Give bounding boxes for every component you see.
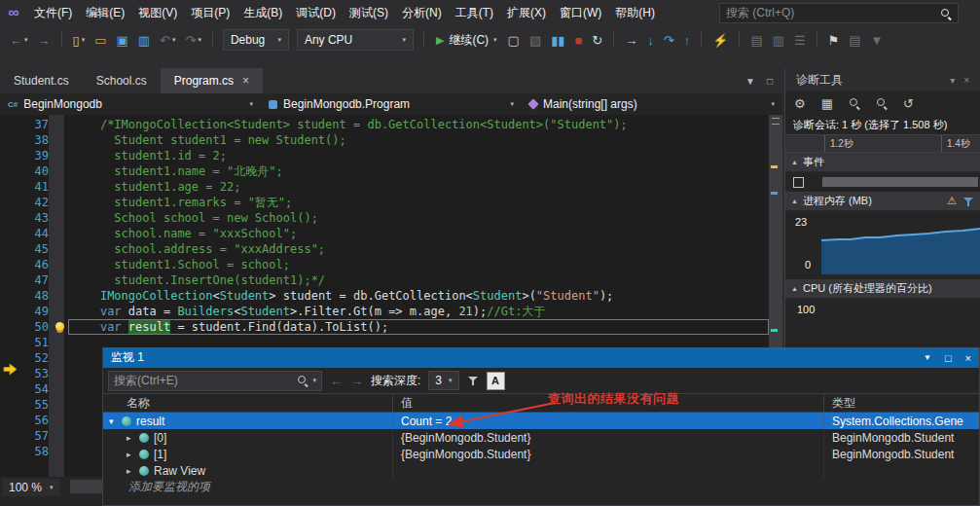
code-text[interactable]: student1.School = school; — [68, 257, 769, 272]
breakpoint-margin[interactable] — [0, 272, 25, 288]
close-icon[interactable]: × — [963, 75, 969, 86]
chevron-down-icon[interactable]: ▾ — [950, 75, 955, 86]
code-text[interactable]: var data = Builders<Student>.Filter.Gt(m… — [68, 304, 769, 319]
watch-row[interactable]: ▸Raw View — [103, 462, 979, 479]
search-depth-dropdown[interactable]: 3 ▾ — [428, 371, 458, 390]
breakpoint-margin[interactable] — [0, 335, 25, 350]
breakpoint-margin[interactable] — [0, 241, 25, 257]
chevron-down-icon[interactable]: ▾ — [312, 377, 316, 384]
chevron-down-icon[interactable]: ▾ — [24, 36, 28, 44]
code-text[interactable]: student1.id = 2; — [68, 148, 769, 163]
breakpoint-margin[interactable] — [0, 163, 25, 179]
close-icon[interactable]: × — [242, 74, 249, 88]
breakpoint-margin[interactable] — [0, 428, 25, 444]
code-text[interactable]: student1.name = "北晚舟"; — [68, 163, 769, 179]
show-next-statement-button[interactable]: → — [621, 32, 641, 49]
menu-item-9[interactable]: 工具(T) — [449, 0, 500, 25]
window-position-icon[interactable]: ▼ — [924, 353, 931, 362]
breakpoint-margin[interactable] — [0, 117, 25, 132]
menu-item-7[interactable]: 测试(S) — [343, 0, 395, 25]
hot-reload-button[interactable]: ⚡ — [708, 32, 732, 49]
code-text[interactable]: IMongoCollection<Student> student = db.G… — [68, 288, 769, 304]
member-dropdown[interactable]: Main(string[] args) ▾ — [522, 93, 782, 115]
maximize-icon[interactable]: □ — [945, 352, 952, 364]
code-text[interactable]: student1.remarks = "暂无"; — [68, 195, 769, 210]
cpu-section-header[interactable]: ▲ CPU (所有处理器的百分比) — [785, 279, 980, 299]
tab-program-cs[interactable]: Program.cs× — [161, 68, 263, 93]
zoom-in-icon[interactable] — [849, 97, 860, 109]
breakpoint-margin[interactable] — [0, 132, 25, 148]
search-previous-icon[interactable]: ← — [330, 374, 343, 388]
breakpoint-margin[interactable] — [0, 444, 25, 459]
text-format-toggle[interactable]: A — [487, 372, 505, 390]
breakpoint-margin[interactable] — [0, 288, 25, 304]
watch-title-bar[interactable]: 监视 1 ▼ □ × — [103, 347, 979, 368]
float-window-icon[interactable]: □ — [767, 76, 773, 87]
break-all-button[interactable]: ▮▮ — [547, 32, 568, 49]
edit-marker-button[interactable]: ▧ — [526, 32, 545, 49]
memory-section-header[interactable]: ▲ 进程内存 (MB) ⚠ — [785, 192, 980, 211]
platform-dropdown[interactable]: Any CPU ▾ — [297, 29, 414, 51]
continue-button[interactable]: ▶ 继续(C) ▾ — [431, 32, 502, 49]
menu-item-8[interactable]: 分析(N) — [395, 0, 449, 25]
line-tools-button[interactable]: ☰ — [790, 32, 810, 49]
type-dropdown[interactable]: BeginMongodb.Program ▾ — [261, 93, 522, 115]
code-text[interactable]: School school = new School(); — [68, 210, 769, 226]
tab-student-cs[interactable]: Student.cs — [0, 68, 83, 93]
breakpoint-margin[interactable] — [0, 226, 25, 241]
bookmark-button[interactable]: ⚑ — [824, 32, 844, 49]
zoom-dropdown[interactable]: 100 % ▾ — [2, 479, 60, 496]
add-watch-item-row[interactable]: 添加要监视的项 — [103, 479, 979, 495]
code-text[interactable]: school.name = "xxxSchool"; — [68, 226, 769, 241]
expander-icon[interactable]: ▸ — [127, 450, 139, 459]
menu-item-11[interactable]: 窗口(W) — [553, 0, 608, 25]
menu-item-2[interactable]: 编辑(E) — [79, 0, 131, 25]
stop-button[interactable]: ■ — [570, 32, 586, 49]
breakpoint-margin[interactable] — [0, 210, 25, 226]
bookmark-list-button[interactable]: ▤ — [845, 32, 864, 49]
save-button[interactable]: ▣ — [112, 32, 131, 49]
expander-icon[interactable]: ▸ — [127, 466, 139, 476]
events-section-header[interactable]: ▲ 事件 — [785, 153, 980, 172]
chevron-down-icon[interactable]: ▾ — [172, 36, 176, 44]
code-text[interactable]: var result = student.Find(data).ToList()… — [68, 319, 769, 335]
breakpoint-margin[interactable] — [0, 381, 25, 397]
session-timeline[interactable]: 1.2秒 1.4秒 — [785, 134, 980, 153]
debug-configuration-dropdown[interactable]: Debug ▾ — [223, 29, 289, 51]
menu-item-10[interactable]: 扩展(X) — [500, 0, 553, 25]
breakpoint-margin[interactable] — [0, 257, 25, 272]
breakpoint-margin[interactable] — [0, 304, 25, 319]
filter-funnel-icon[interactable] — [467, 375, 479, 386]
select-tool-icon[interactable]: ▦ — [821, 96, 833, 111]
memory-filter-icon[interactable] — [962, 196, 974, 207]
save-all-button[interactable]: ▥ — [134, 32, 154, 49]
close-icon[interactable]: × — [965, 352, 971, 364]
reset-view-icon[interactable]: ↺ — [903, 96, 914, 111]
menu-item-3[interactable]: 视图(V) — [131, 0, 184, 25]
open-file-button[interactable]: ▭ — [91, 32, 110, 49]
code-text[interactable]: student.InsertOne(student1);*/ — [68, 272, 769, 288]
lightbulb-icon[interactable] — [55, 322, 64, 331]
watch-search-input[interactable]: 搜索(Ctrl+E) ▾ — [108, 371, 322, 391]
redo-button[interactable]: ↷▾ — [182, 32, 205, 49]
menu-item-1[interactable]: 文件(F) — [27, 0, 79, 25]
tab-school-cs[interactable]: School.cs — [83, 68, 161, 93]
menu-item-12[interactable]: 帮助(H) — [608, 0, 662, 25]
step-into-button[interactable]: ↓ — [643, 32, 658, 49]
code-text[interactable]: Student student1 = new Student(); — [68, 132, 769, 148]
project-dropdown[interactable]: C# BeginMongodb ▾ — [0, 93, 261, 115]
splitter-grip-icon[interactable] — [772, 118, 780, 125]
breakpoint-margin[interactable] — [0, 195, 25, 210]
code-text[interactable]: school.address = "xxxAddress"; — [68, 241, 769, 257]
chevron-down-icon[interactable]: ▾ — [82, 36, 86, 44]
zoom-out-icon[interactable] — [876, 97, 888, 109]
code-text[interactable]: /*IMongoCollection<Student> student = db… — [68, 117, 769, 132]
show-threads-button[interactable]: ▢ — [504, 32, 524, 49]
step-over-button[interactable]: ↷ — [660, 32, 678, 49]
breakpoint-margin[interactable] — [0, 148, 25, 163]
more-tools-button[interactable]: ▼ — [867, 32, 888, 49]
breakpoint-margin[interactable] — [0, 319, 25, 335]
breakpoint-margin[interactable] — [0, 179, 25, 195]
chevron-down-icon[interactable]: ▾ — [198, 36, 201, 44]
quick-launch-search-input[interactable]: 搜索 (Ctrl+Q) — [719, 3, 959, 23]
